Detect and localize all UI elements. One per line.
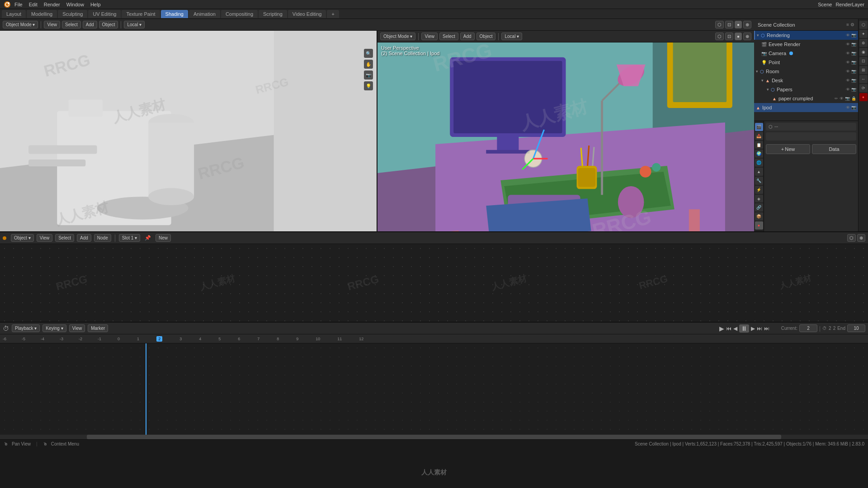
lock-icon[interactable]: 🔒 [851, 96, 856, 101]
physics-props-icon[interactable]: ◈ [755, 195, 763, 203]
node-select-btn[interactable]: Select [55, 234, 74, 242]
timeline-marker-btn[interactable]: Marker [88, 324, 108, 332]
pencil-icon[interactable]: ✏ [835, 96, 838, 101]
zoom-icon[interactable]: 🔍 [364, 49, 373, 58]
menu-file[interactable]: File [12, 1, 25, 8]
new-material-button[interactable]: + New [766, 144, 810, 154]
visibility-icon[interactable]: 👁 [846, 87, 850, 92]
material-props-icon[interactable]: ● [755, 221, 763, 230]
output-props-icon[interactable]: 📤 [755, 132, 763, 140]
material-slot[interactable] [766, 132, 856, 141]
object-btn-right[interactable]: Object [476, 33, 496, 40]
viewport-shading-right[interactable]: ● [735, 33, 742, 40]
menu-help[interactable]: Help [88, 1, 104, 8]
transform-selector-right[interactable]: Local ▾ [501, 33, 522, 40]
view-btn-left[interactable]: View [44, 21, 60, 28]
visibility-icon[interactable]: 👁 [846, 51, 850, 56]
scene-props-icon[interactable]: 🌍 [755, 150, 763, 158]
node-view-btn[interactable]: View [37, 234, 53, 242]
render-visibility-icon[interactable]: 📷 [851, 87, 856, 92]
render-visibility-icon[interactable]: 📷 [851, 60, 856, 65]
current-frame-input[interactable]: 2 [799, 324, 817, 332]
node-add-btn[interactable]: Add [77, 234, 91, 242]
outliner-item[interactable]: 🎬 Eevee Render 👁 📷 [754, 40, 858, 49]
data-button[interactable]: Data [812, 144, 856, 154]
outliner-item[interactable]: ▾ ⬡ Papers 👁 📷 [754, 85, 858, 94]
transform-selector-left[interactable]: Local ▾ [124, 21, 145, 28]
next-frame-icon[interactable]: ▶ [751, 325, 755, 332]
gizmo-icon[interactable]: ⊕ [743, 21, 751, 28]
select-btn-left[interactable]: Select [62, 21, 81, 28]
camera-icon[interactable]: 📷 [364, 70, 373, 80]
outliner-item-ipod[interactable]: ▲ Ipod 👁 📷 [754, 103, 858, 112]
outliner-item[interactable]: 💡 Point 👁 📷 [754, 58, 858, 67]
select-btn-right[interactable]: Select [439, 33, 458, 40]
tab-scripting[interactable]: Scripting [259, 10, 287, 18]
tool4-icon[interactable]: ◉ [859, 48, 868, 56]
scrollbar-thumb[interactable] [87, 435, 781, 439]
step-back-icon[interactable]: ⏮ [726, 325, 731, 332]
world-props-icon[interactable]: 🌐 [755, 159, 763, 167]
menu-render[interactable]: Render [41, 1, 63, 8]
overlay-icon[interactable]: ⊡ [725, 21, 733, 28]
view-btn-right[interactable]: View [421, 33, 438, 40]
particles-props-icon[interactable]: ⚡ [755, 186, 763, 194]
render-visibility-icon[interactable]: 📷 [851, 51, 856, 56]
menu-window[interactable]: Window [64, 1, 87, 8]
outliner-sort-icon[interactable]: ⚙ [850, 22, 854, 27]
object-btn-left[interactable]: Object [99, 21, 118, 28]
tool7-icon[interactable]: ↔ [859, 75, 868, 83]
visibility-icon[interactable]: 👁 [846, 42, 850, 47]
visibility-icon[interactable]: 👁 [846, 33, 850, 38]
node-overlay-icon[interactable]: ⬡ [847, 234, 856, 242]
hand-icon[interactable]: ✋ [364, 60, 373, 69]
tab-add-workspace[interactable]: + [327, 10, 339, 18]
object-mode-selector-left[interactable]: Object Mode ▾ [3, 21, 38, 28]
render-props-icon[interactable]: 🎬 [755, 123, 763, 131]
render-visibility-icon[interactable]: 📷 [851, 42, 856, 47]
render-visibility-icon[interactable]: 📷 [851, 78, 856, 83]
add-btn-left[interactable]: Add [83, 21, 97, 28]
pin-icon[interactable]: 📌 [143, 235, 153, 241]
tool5-icon[interactable]: ⊡ [859, 57, 868, 65]
outliner-item[interactable]: 📷 Camera 👁 📷 [754, 49, 858, 58]
modifier-props-icon[interactable]: 🔧 [755, 177, 763, 185]
keying-selector[interactable]: Keying ▾ [42, 324, 66, 332]
render-icon[interactable]: ⬡ [715, 21, 724, 28]
end-frame-input[interactable]: 10 [847, 324, 865, 332]
tool1-icon[interactable]: ⬡ [859, 21, 868, 29]
view-layer-icon[interactable]: 📋 [755, 141, 763, 149]
prev-frame-icon[interactable]: ◀ [733, 325, 737, 332]
tab-compositing[interactable]: Compositing [221, 10, 258, 18]
data-props-icon[interactable]: 📦 [755, 212, 763, 221]
tab-shading[interactable]: Shading [161, 10, 188, 18]
node-snap-icon[interactable]: ⊕ [857, 234, 865, 242]
new-material-btn-node[interactable]: New [156, 234, 171, 242]
node-type-selector[interactable]: Object ▾ [11, 234, 34, 242]
tool6-icon[interactable]: ⊞ [859, 66, 868, 74]
lamp-icon[interactable]: 💡 [364, 81, 373, 90]
node-area[interactable]: RRCG 人人素材 RRCG 人人素材 RRCG 人人素材 [0, 244, 868, 322]
timeline-view-btn[interactable]: View [69, 324, 85, 332]
render-visibility-icon[interactable]: 📷 [851, 33, 856, 38]
tool9-icon[interactable]: ● [859, 93, 868, 101]
pause-icon[interactable]: ⏸ [739, 324, 749, 333]
step-forward-icon[interactable]: ⏭ [757, 325, 762, 332]
render-visibility-icon[interactable]: 📷 [851, 69, 856, 74]
tab-animation[interactable]: Animation [189, 10, 220, 18]
outliner-item[interactable]: ▲ paper crumpled ✏ 👁 📷 🔒 [754, 94, 858, 103]
visibility-icon[interactable]: 👁 [840, 96, 844, 101]
node-node-btn[interactable]: Node [94, 234, 111, 242]
constraints-icon[interactable]: 🔗 [755, 203, 763, 211]
add-btn-right[interactable]: Add [460, 33, 475, 40]
render-visibility-icon[interactable]: 📷 [851, 105, 856, 110]
tool8-icon[interactable]: ⟳ [859, 84, 868, 92]
outliner-filter-icon[interactable]: ≡ [846, 22, 849, 27]
visibility-icon[interactable]: 👁 [846, 60, 850, 65]
tab-modelling[interactable]: Modelling [27, 10, 57, 18]
object-mode-selector-right[interactable]: Object Mode ▾ [380, 33, 415, 40]
viewport-shading-icon[interactable]: ● [735, 21, 742, 28]
menu-edit[interactable]: Edit [26, 1, 40, 8]
visibility-icon[interactable]: 👁 [846, 105, 850, 110]
render-icon-right[interactable]: ⬡ [715, 33, 724, 40]
